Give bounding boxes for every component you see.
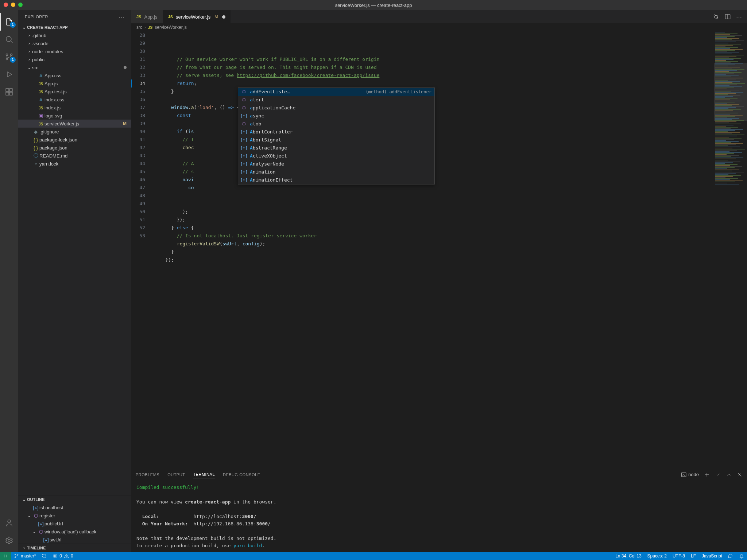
- suggest-item[interactable]: [∘]ActiveXObject: [238, 152, 434, 160]
- file-item[interactable]: JSApp.test.js: [18, 88, 131, 96]
- suggest-item[interactable]: ⬡addEventListe…(method) addEventListener: [238, 88, 434, 96]
- outline-item[interactable]: [∘]isLocalhost: [18, 503, 131, 512]
- file-item[interactable]: ◆.gitignore: [18, 128, 131, 136]
- file-item[interactable]: #App.css: [18, 71, 131, 79]
- terminal-shell-selector[interactable]: node: [681, 472, 699, 478]
- status-sync[interactable]: [39, 552, 50, 560]
- file-item[interactable]: #index.css: [18, 96, 131, 104]
- variable-icon: [∘]: [241, 145, 247, 151]
- panel-actions: node: [681, 472, 743, 478]
- compare-changes-icon[interactable]: [713, 13, 719, 20]
- maximize-window-button[interactable]: [18, 3, 23, 7]
- new-terminal-icon[interactable]: [704, 472, 710, 478]
- md-file-icon: ⓘ: [32, 152, 39, 159]
- suggest-item[interactable]: [∘]AbstractRange: [238, 144, 434, 152]
- suggest-item[interactable]: [∘]AnimationEffect: [238, 176, 434, 184]
- status-eol[interactable]: LF: [688, 552, 699, 560]
- activity-source-control[interactable]: 1: [0, 48, 18, 66]
- status-cursor-position[interactable]: Ln 34, Col 13: [612, 552, 644, 560]
- status-feedback[interactable]: [725, 552, 736, 560]
- svg-point-12: [717, 18, 718, 19]
- folder-item[interactable]: ›.vscode: [18, 39, 131, 47]
- remote-indicator[interactable]: [0, 552, 11, 560]
- activity-extensions[interactable]: [0, 83, 18, 101]
- status-indentation[interactable]: Spaces: 2: [645, 552, 670, 560]
- method-icon: ⬡: [241, 89, 247, 95]
- suggest-item[interactable]: [∘]AbortSignal: [238, 136, 434, 144]
- activity-run-debug[interactable]: [0, 66, 18, 83]
- lock-file-icon: ⚬: [32, 161, 39, 167]
- file-item[interactable]: ▣logo.svg: [18, 112, 131, 120]
- unsaved-dot-icon: [124, 66, 127, 69]
- file-item[interactable]: JSindex.js: [18, 104, 131, 112]
- editor-group: JSApp.jsJSserviceWorker.jsM ⋯ src › JS s…: [131, 10, 747, 552]
- chevron-right-icon: ›: [26, 57, 32, 62]
- file-item[interactable]: JSApp.js: [18, 79, 131, 88]
- status-language-mode[interactable]: JavaScript: [699, 552, 725, 560]
- sidebar-more-icon[interactable]: ⋯: [119, 13, 125, 20]
- close-window-button[interactable]: [4, 3, 8, 7]
- chevron-down-icon: ⌄: [21, 497, 27, 502]
- minimize-window-button[interactable]: [11, 3, 15, 7]
- minimap[interactable]: [713, 31, 747, 468]
- suggest-item[interactable]: ⬡alert: [238, 96, 434, 104]
- variable-icon: [∘]: [42, 537, 50, 542]
- folder-item[interactable]: ⌄src: [18, 63, 131, 71]
- folder-item[interactable]: ›.github: [18, 31, 131, 39]
- file-item[interactable]: { }package-lock.json: [18, 136, 131, 144]
- code-content[interactable]: // Our service worker won't work if PUBL…: [152, 31, 713, 468]
- panel-tab-debug-console[interactable]: DEBUG CONSOLE: [223, 471, 260, 478]
- file-item[interactable]: JSserviceWorker.jsM: [18, 120, 131, 128]
- outline-section-header[interactable]: ⌄ OUTLINE: [18, 495, 131, 503]
- folder-item[interactable]: ›node_modules: [18, 47, 131, 55]
- suggest-label: AnalyserNode: [250, 160, 284, 168]
- outline-item[interactable]: ⌄⬡window.a('load') callback: [18, 528, 131, 536]
- code-editor[interactable]: 2829303132333435363738394041424344454647…: [131, 31, 713, 468]
- timeline-section-header[interactable]: › TIMELINE: [18, 544, 131, 552]
- activity-accounts[interactable]: [0, 514, 18, 532]
- split-editor-icon[interactable]: [724, 13, 731, 20]
- suggest-item[interactable]: [∘]AbortController: [238, 128, 434, 136]
- breadcrumb-segment[interactable]: serviceWorker.js: [155, 25, 187, 30]
- panel-tab-terminal[interactable]: TERMINAL: [193, 471, 215, 478]
- editor-tab[interactable]: JSserviceWorker.jsM: [163, 10, 231, 23]
- close-panel-icon[interactable]: [737, 472, 743, 478]
- status-notifications[interactable]: [736, 552, 747, 560]
- suggest-item[interactable]: [∘]AnalyserNode: [238, 160, 434, 168]
- folder-item[interactable]: ›public: [18, 55, 131, 63]
- suggest-item[interactable]: ⬡atob: [238, 120, 434, 128]
- breadcrumb[interactable]: src › JS serviceWorker.js: [131, 23, 747, 31]
- file-item[interactable]: { }package.json: [18, 144, 131, 152]
- search-icon: [5, 35, 13, 44]
- activity-settings[interactable]: [0, 532, 18, 549]
- outline-item[interactable]: [∘]swUrl: [18, 536, 131, 544]
- status-encoding[interactable]: UTF-8: [670, 552, 688, 560]
- suggest-widget[interactable]: ⬡addEventListe…(method) addEventListener…: [238, 88, 435, 184]
- file-item[interactable]: ⚬yarn.lock: [18, 160, 131, 168]
- suggest-item[interactable]: [∘]async: [238, 112, 434, 120]
- tab-more-icon[interactable]: ⋯: [736, 13, 742, 20]
- chevron-down-icon[interactable]: [715, 472, 721, 478]
- outline-label: swUrl: [50, 537, 127, 542]
- bottom-panel: PROBLEMSOUTPUTTERMINALDEBUG CONSOLE node…: [131, 468, 747, 552]
- suggest-item[interactable]: ⬡applicationCache: [238, 104, 434, 112]
- method-icon: ⬡: [37, 529, 44, 534]
- panel-tab-output[interactable]: OUTPUT: [167, 471, 185, 478]
- explorer-section-header[interactable]: ⌄ CREATE-REACT-APP: [18, 23, 131, 31]
- editor-tabs: JSApp.jsJSserviceWorker.jsM ⋯: [131, 10, 747, 23]
- outline-item[interactable]: [∘]publicUrl: [18, 520, 131, 528]
- outline-item[interactable]: ⌄⬡register: [18, 512, 131, 520]
- chevron-up-icon[interactable]: [726, 472, 732, 478]
- terminal-icon: [681, 472, 687, 478]
- breadcrumb-segment[interactable]: src: [136, 25, 142, 30]
- variable-icon: [∘]: [32, 505, 39, 510]
- activity-explorer[interactable]: 1: [0, 13, 18, 31]
- terminal-output[interactable]: Compiled successfully! You can now view …: [131, 481, 747, 552]
- status-branch[interactable]: master*: [11, 552, 39, 560]
- file-item[interactable]: ⓘREADME.md: [18, 152, 131, 160]
- panel-tab-problems[interactable]: PROBLEMS: [136, 471, 159, 478]
- status-problems[interactable]: 0 0: [50, 552, 76, 560]
- activity-search[interactable]: [0, 31, 18, 48]
- editor-tab[interactable]: JSApp.js: [131, 10, 163, 23]
- suggest-item[interactable]: [∘]Animation: [238, 168, 434, 176]
